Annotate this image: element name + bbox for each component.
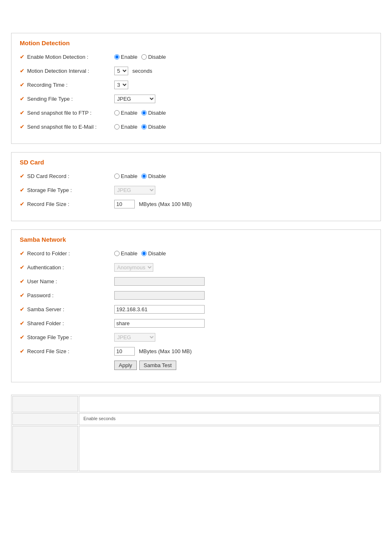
- check-icon-9: ✔: [20, 201, 25, 207]
- bottom-table-middle-left: [12, 413, 78, 425]
- email-enable-radio[interactable]: [114, 124, 120, 130]
- password-input[interactable]: [114, 291, 205, 300]
- motion-interval-label: Motion Detection Interval :: [27, 68, 89, 74]
- sd-record-file-size-input[interactable]: [114, 200, 135, 208]
- email-disable-label[interactable]: Disable: [141, 124, 166, 130]
- disable-radio-label[interactable]: Disable: [141, 54, 166, 60]
- bottom-table-top-left: [12, 396, 78, 412]
- check-icon-15: ✔: [20, 320, 25, 326]
- bottom-table-middle-row: Enable seconds: [12, 413, 380, 425]
- sd-storage-file-type-value: JPEG AVI: [114, 186, 372, 194]
- check-icon-13: ✔: [20, 292, 25, 298]
- check-icon-12: ✔: [20, 278, 25, 284]
- shared-folder-label: Shared Folder :: [27, 320, 64, 326]
- enable-radio-label[interactable]: Enable: [114, 54, 137, 60]
- bottom-table-top-row: [12, 396, 380, 412]
- ftp-label-col: ✔ Send snapshot file to FTP :: [20, 109, 114, 116]
- sd-storage-file-type-label-col: ✔ Storage File Type :: [20, 187, 114, 193]
- motion-interval-select[interactable]: 5: [114, 67, 128, 75]
- motion-detection-title: Motion Detection: [20, 39, 372, 46]
- sending-file-type-select[interactable]: JPEG AVI: [114, 95, 155, 103]
- samba-mbytes-unit: MBytes (Max 100 MB): [139, 348, 192, 354]
- ftp-disable-label[interactable]: Disable: [141, 110, 166, 116]
- samba-record-file-size-input[interactable]: [114, 347, 135, 356]
- check-icon-16: ✔: [20, 334, 25, 340]
- check-icon-7: ✔: [20, 173, 25, 179]
- check-icon-8: ✔: [20, 187, 25, 193]
- check-icon-6: ✔: [20, 123, 25, 130]
- username-input[interactable]: [114, 277, 205, 286]
- sd-card-record-label-col: ✔ SD Card Record :: [20, 173, 114, 179]
- samba-record-file-size-row: ✔ Record File Size : MBytes (Max 100 MB): [20, 346, 372, 356]
- ftp-label: Send snapshot file to FTP :: [27, 110, 92, 116]
- folder-enable-radio[interactable]: [114, 251, 120, 256]
- authentication-label: Authentication :: [27, 264, 64, 271]
- username-row: ✔ User Name :: [20, 276, 372, 287]
- ftp-row: ✔ Send snapshot file to FTP : Enable Dis…: [20, 107, 372, 118]
- motion-detection-enable-value: Enable Disable: [114, 54, 372, 60]
- samba-storage-file-type-label: Storage File Type :: [27, 334, 72, 340]
- sd-card-record-row: ✔ SD Card Record : Enable Disable: [20, 171, 372, 181]
- motion-detection-section: Motion Detection ✔ Enable Motion Detecti…: [11, 33, 381, 144]
- sending-file-type-label-col: ✔ Sending File Type :: [20, 95, 114, 102]
- motion-interval-row: ✔ Motion Detection Interval : 5 seconds: [20, 65, 372, 76]
- ftp-disable-radio[interactable]: [141, 110, 147, 116]
- samba-server-row: ✔ Samba Server :: [20, 304, 372, 314]
- ftp-enable-radio[interactable]: [114, 110, 120, 116]
- sd-card-section: SD Card ✔ SD Card Record : Enable Disabl…: [11, 152, 381, 221]
- username-label-col: ✔ User Name :: [20, 278, 114, 284]
- ftp-enable-label[interactable]: Enable: [114, 110, 137, 116]
- samba-storage-file-type-select[interactable]: JPEG AVI: [114, 333, 155, 342]
- check-icon-17: ✔: [20, 348, 25, 354]
- sending-file-type-value: JPEG AVI: [114, 95, 372, 103]
- sd-disable-label[interactable]: Disable: [141, 173, 166, 179]
- record-to-folder-row: ✔ Record to Folder : Enable Disable: [20, 248, 372, 259]
- bottom-table-middle-right: Enable seconds: [79, 413, 380, 425]
- disable-radio[interactable]: [141, 54, 147, 60]
- email-enable-label[interactable]: Enable: [114, 124, 137, 130]
- motion-detection-enable-label: Enable Motion Detection :: [27, 54, 88, 60]
- authentication-select[interactable]: Anonymous Account: [114, 263, 153, 272]
- samba-server-label: Samba Server :: [27, 306, 64, 312]
- samba-storage-file-type-row: ✔ Storage File Type : JPEG AVI: [20, 332, 372, 342]
- samba-record-file-size-value: MBytes (Max 100 MB): [114, 347, 372, 356]
- motion-detection-enable-row: ✔ Enable Motion Detection : Enable Disab…: [20, 51, 372, 62]
- motion-interval-label-col: ✔ Motion Detection Interval :: [20, 67, 114, 74]
- samba-server-label-col: ✔ Samba Server :: [20, 306, 114, 312]
- ftp-value: Enable Disable: [114, 110, 372, 116]
- samba-storage-file-type-label-col: ✔ Storage File Type :: [20, 334, 114, 340]
- authentication-row: ✔ Authentication : Anonymous Account: [20, 262, 372, 273]
- sd-storage-file-type-select[interactable]: JPEG AVI: [114, 186, 155, 194]
- folder-disable-radio[interactable]: [141, 251, 147, 256]
- samba-test-button[interactable]: Samba Test: [139, 361, 176, 370]
- shared-folder-label-col: ✔ Shared Folder :: [20, 320, 114, 326]
- shared-folder-input[interactable]: [114, 319, 205, 328]
- sd-mbytes-unit: MBytes (Max 100 MB): [139, 201, 192, 207]
- seconds-unit: seconds: [132, 68, 152, 74]
- sending-file-type-row: ✔ Sending File Type : JPEG AVI: [20, 93, 372, 104]
- samba-server-value: [114, 305, 372, 314]
- check-icon-10: ✔: [20, 250, 25, 257]
- email-disable-radio[interactable]: [141, 124, 147, 130]
- bottom-table-bottom-left: [12, 426, 78, 471]
- bottom-table-bottom-row: [12, 426, 380, 471]
- folder-enable-label[interactable]: Enable: [114, 250, 137, 257]
- username-value: [114, 277, 372, 286]
- sd-enable-label[interactable]: Enable: [114, 173, 137, 179]
- sd-enable-radio[interactable]: [114, 173, 120, 179]
- samba-storage-file-type-value: JPEG AVI: [114, 333, 372, 342]
- check-icon-5: ✔: [20, 109, 25, 116]
- enable-radio[interactable]: [114, 54, 120, 60]
- password-label: Password :: [27, 292, 53, 298]
- sd-record-file-size-label-col: ✔ Record File Size :: [20, 201, 114, 207]
- bottom-table-top-right: [79, 396, 380, 412]
- samba-network-section: Samba Network ✔ Record to Folder : Enabl…: [11, 229, 381, 382]
- sd-card-record-value: Enable Disable: [114, 173, 372, 179]
- apply-button[interactable]: Apply: [114, 361, 137, 370]
- email-label-col: ✔ Send snapshot file to E-Mail :: [20, 123, 114, 130]
- check-icon-11: ✔: [20, 264, 25, 271]
- recording-time-select[interactable]: 3: [114, 81, 128, 89]
- sd-disable-radio[interactable]: [141, 173, 147, 179]
- folder-disable-label[interactable]: Disable: [141, 250, 166, 257]
- samba-server-input[interactable]: [114, 305, 205, 314]
